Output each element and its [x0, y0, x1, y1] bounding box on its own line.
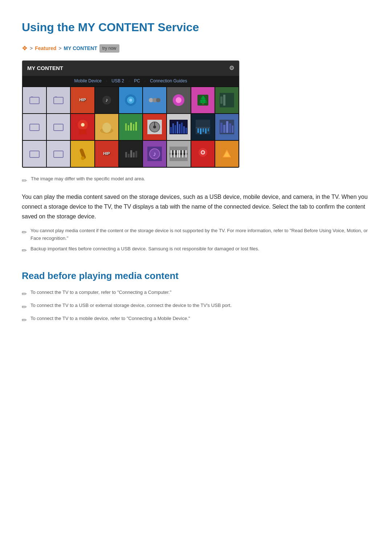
- svg-text:🌲: 🌲: [198, 95, 208, 105]
- svg-rect-29: [128, 125, 129, 131]
- svg-rect-3: [55, 97, 57, 98]
- grid-cell-1-9[interactable]: [215, 87, 238, 113]
- grid-cell-1-4[interactable]: ♪: [95, 87, 118, 113]
- svg-rect-30: [130, 123, 132, 131]
- image-note: The image may differ with the specific m…: [22, 175, 370, 186]
- grid-cell-1-6[interactable]: [143, 87, 166, 113]
- svg-rect-50: [203, 128, 204, 132]
- svg-rect-45: [185, 128, 187, 134]
- grid-cell-3-8[interactable]: [191, 141, 215, 167]
- svg-rect-67: [130, 150, 132, 157]
- svg-rect-48: [197, 128, 199, 133]
- grid-cell-3-7[interactable]: [167, 141, 190, 167]
- note-item-2: Backup important files before connecting…: [22, 245, 370, 255]
- pencil-icon-b3: [22, 315, 27, 325]
- grid-cell-1-5[interactable]: [119, 87, 142, 113]
- svg-rect-59: [30, 151, 39, 157]
- grid-cell-2-6[interactable]: [143, 114, 166, 140]
- svg-rect-79: [177, 150, 178, 157]
- svg-rect-31: [133, 124, 134, 131]
- svg-rect-84: [185, 150, 187, 157]
- svg-rect-75: [171, 150, 172, 157]
- grid-cell-2-8[interactable]: [191, 114, 215, 140]
- grid-cell-2-7[interactable]: [167, 114, 190, 140]
- svg-rect-37: [170, 120, 188, 134]
- grid-cell-1-2[interactable]: [47, 87, 70, 113]
- svg-rect-83: [184, 150, 185, 155]
- tab-pc[interactable]: PC: [134, 78, 140, 85]
- svg-rect-43: [181, 123, 183, 134]
- grid-cell-1-3[interactable]: HIP: [71, 87, 94, 113]
- breadcrumb-trynow-badge[interactable]: try now: [99, 44, 119, 53]
- grid-cell-3-1[interactable]: [23, 141, 46, 167]
- pencil-icon-b2: [22, 302, 27, 312]
- tab-usb2[interactable]: USB 2: [111, 78, 124, 85]
- tab-connection-guides[interactable]: Connection Guides: [150, 78, 187, 85]
- svg-rect-82: [182, 150, 183, 157]
- mycontent-media-grid: HIP ♪ 🌲: [22, 86, 239, 168]
- svg-rect-44: [183, 126, 185, 134]
- grid-cell-3-5[interactable]: [119, 141, 142, 167]
- svg-rect-51: [205, 128, 207, 134]
- gear-icon[interactable]: ⚙: [229, 63, 234, 73]
- svg-rect-0: [30, 97, 39, 104]
- grid-cell-1-1[interactable]: [23, 87, 46, 113]
- svg-rect-81: [181, 150, 181, 155]
- grid-cell-1-8[interactable]: 🌲: [191, 87, 215, 113]
- svg-rect-20: [54, 124, 63, 131]
- grid-cell-2-5[interactable]: [119, 114, 142, 140]
- notes-list: You cannot play media content if the con…: [22, 227, 370, 255]
- section2-title: Read before playing media content: [22, 268, 370, 284]
- intro-paragraph: You can play the media content saved on …: [22, 192, 370, 222]
- pencil-icon-b1: [22, 289, 27, 299]
- svg-rect-52: [208, 128, 209, 131]
- svg-point-23: [81, 123, 85, 127]
- svg-rect-28: [125, 123, 127, 131]
- grid-cell-2-2[interactable]: [47, 114, 70, 140]
- grid-cell-3-9[interactable]: [215, 141, 238, 167]
- pencil-icon-2: [22, 246, 27, 255]
- svg-rect-38: [170, 127, 172, 134]
- svg-rect-66: [128, 154, 130, 157]
- breadcrumb-settings-icon: ❖: [22, 43, 28, 54]
- grid-cell-2-3[interactable]: [71, 114, 94, 140]
- mycontent-tabs-bar: Mobile Device · USB 2 · PC · Connection …: [22, 76, 239, 86]
- svg-rect-58: [232, 126, 233, 133]
- grid-cell-2-9[interactable]: [215, 114, 238, 140]
- grid-cell-3-4[interactable]: HIP: [95, 141, 118, 167]
- tab-mobile-device[interactable]: Mobile Device: [74, 78, 102, 85]
- grid-cell-3-2[interactable]: [47, 141, 70, 167]
- grid-cell-1-7[interactable]: [167, 87, 190, 113]
- svg-point-13: [176, 97, 181, 103]
- svg-rect-74: [170, 153, 188, 155]
- mycontent-panel: MY CONTENT ⚙ Mobile Device · USB 2 · PC …: [22, 60, 240, 168]
- grid-cell-3-6[interactable]: ♪: [143, 141, 166, 167]
- breadcrumb-mycontent[interactable]: MY CONTENT: [64, 44, 97, 52]
- svg-rect-78: [176, 150, 176, 155]
- svg-rect-32: [135, 122, 137, 131]
- svg-rect-76: [172, 150, 173, 155]
- grid-cell-3-3[interactable]: [71, 141, 94, 167]
- svg-point-88: [202, 151, 204, 153]
- svg-rect-17: [220, 97, 222, 104]
- breadcrumb-sep2: >: [58, 44, 61, 52]
- svg-rect-39: [172, 123, 174, 134]
- svg-point-63: [81, 156, 85, 160]
- svg-rect-1: [31, 97, 33, 98]
- breadcrumb-featured[interactable]: Featured: [35, 44, 56, 52]
- svg-rect-40: [175, 125, 176, 134]
- svg-point-11: [156, 98, 160, 102]
- grid-cell-2-1[interactable]: [23, 114, 46, 140]
- mycontent-panel-header: MY CONTENT ⚙: [22, 61, 239, 76]
- svg-rect-56: [226, 121, 228, 133]
- svg-text:♪: ♪: [105, 97, 108, 103]
- svg-rect-68: [133, 152, 135, 157]
- svg-rect-54: [220, 123, 222, 133]
- svg-rect-57: [229, 123, 231, 133]
- pencil-icon-1: [22, 227, 27, 237]
- bullet-item-1: To connect the TV to a computer, refer t…: [22, 289, 370, 299]
- mycontent-panel-title: MY CONTENT: [27, 64, 63, 73]
- grid-cell-2-4[interactable]: [95, 114, 118, 140]
- svg-rect-69: [135, 151, 137, 157]
- svg-rect-55: [223, 125, 225, 133]
